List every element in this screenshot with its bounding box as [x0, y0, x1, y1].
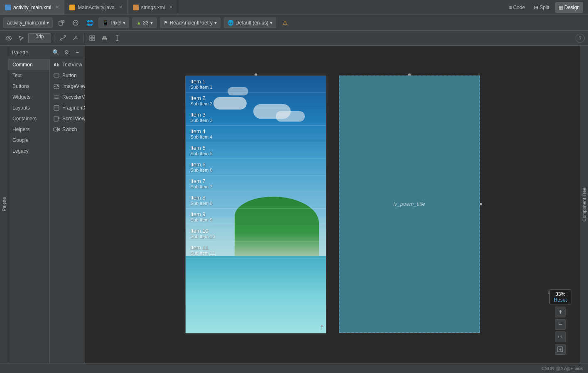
tab-strings-xml[interactable]: strings.xml ✕	[128, 0, 178, 15]
imageview-label: ImageView	[62, 83, 85, 89]
tab-close-activity-main[interactable]: ✕	[55, 5, 59, 10]
palette-item-fragmentcon[interactable]: FragmentCon...	[50, 102, 85, 113]
palette-cat-google[interactable]: Google	[8, 135, 49, 146]
palette-items-list: Ab TextView Button ImageView	[50, 59, 85, 363]
spacing-btn[interactable]	[112, 33, 122, 44]
magic-btn[interactable]	[70, 33, 81, 44]
split-mode-label: Split	[539, 5, 549, 10]
button-icon	[53, 72, 60, 79]
svg-rect-0	[59, 21, 62, 25]
path-btn[interactable]	[57, 33, 68, 44]
palette-item-scrollview[interactable]: ScrollView	[50, 113, 85, 124]
list-item-title-10: Item 10	[191, 228, 321, 234]
zoom-in-btn[interactable]: +	[555, 307, 566, 317]
path-icon	[59, 35, 66, 41]
palette-collapse-btn[interactable]: −	[73, 48, 81, 56]
align-btn[interactable]	[99, 33, 110, 44]
list-item-row: Item 10Sub Item 10	[186, 225, 326, 242]
tab-close-main-activity[interactable]: ✕	[119, 5, 122, 10]
tab-label-activity-main: activity_main.xml	[13, 5, 51, 10]
appname-dropdown[interactable]: ⚑ ReadAncientPoetry ▾	[160, 17, 220, 28]
palette-content: Common Text Buttons Widgets Layouts Cont…	[8, 59, 85, 363]
design-area: Item 1Sub Item 1 Item 2Sub Item 2 Item 3…	[85, 46, 580, 363]
tab-activity-main-xml[interactable]: activity_main.xml ✕	[0, 0, 64, 15]
palette-cat-buttons[interactable]: Buttons	[8, 81, 49, 92]
palette-cat-legacy[interactable]: Legacy	[8, 146, 49, 156]
zoom-reset-btn[interactable]: Reset	[554, 297, 567, 303]
list-item-sub-1: Sub Item 1	[191, 85, 321, 90]
palette-cat-helpers[interactable]: Helpers	[8, 124, 49, 135]
phone-preview-left: Item 1Sub Item 1 Item 2Sub Item 2 Item 3…	[185, 76, 326, 334]
api-dropdown[interactable]: ▲ 33 ▾	[132, 17, 156, 28]
palette-vertical-tab[interactable]: Palette	[0, 46, 8, 363]
file-selector-chevron: ▾	[47, 20, 49, 26]
palette-item-recyclerview[interactable]: RecyclerView	[50, 92, 85, 102]
help-btn[interactable]: ?	[576, 34, 585, 43]
design-mode-btn[interactable]: ▦ Design	[555, 2, 583, 13]
palette-item-imageview[interactable]: ImageView	[50, 81, 85, 92]
zoom-fit-icon	[557, 346, 563, 352]
zoom-out-btn[interactable]: −	[555, 319, 566, 330]
locale-btn[interactable]: 🌐	[84, 17, 95, 28]
component-tree-label: Component Tree	[582, 188, 587, 222]
margin-input[interactable]: 0dp	[28, 33, 51, 43]
code-mode-label: Code	[513, 5, 525, 10]
palette-search-btn[interactable]: 🔍	[51, 48, 60, 56]
palette-cat-common[interactable]: Common	[8, 59, 49, 70]
zoom-ratio-btn[interactable]: 1:1	[555, 332, 566, 342]
cursor-mode-btn[interactable]	[16, 33, 27, 44]
list-item-sub-4: Sub Item 4	[191, 134, 321, 139]
palette-item-button[interactable]: Button	[50, 70, 85, 81]
cursor-icon	[18, 35, 24, 41]
svg-point-21	[57, 85, 59, 86]
palette-cat-layouts[interactable]: Layouts	[8, 102, 49, 113]
zoom-display: 33% Reset	[549, 289, 571, 305]
warning-btn[interactable]: ⚠	[279, 17, 290, 28]
palette-cat-containers[interactable]: Containers	[8, 113, 49, 124]
svg-rect-25	[54, 105, 59, 110]
list-item-row: Item 11Sub Item 11	[186, 242, 326, 258]
locale-globe-icon: 🌐	[228, 20, 234, 26]
palette-vertical-label: Palette	[2, 197, 7, 211]
list-item-title-7: Item 7	[191, 178, 321, 184]
eye-btn[interactable]	[3, 33, 14, 44]
appname-chevron: ▾	[214, 20, 217, 26]
svg-rect-14	[103, 37, 106, 38]
locale-dropdown[interactable]: 🌐 Default (en-us) ▾	[224, 17, 276, 28]
palette-categories: Common Text Buttons Widgets Layouts Cont…	[8, 59, 50, 363]
palette-cat-text[interactable]: Text	[8, 70, 49, 81]
tab-main-activity-java[interactable]: MainActivity.java ✕	[64, 0, 127, 15]
palette-item-switch[interactable]: Switch	[50, 124, 85, 135]
device-icon: 📱	[102, 20, 109, 26]
recyclerview-label: RecyclerView	[62, 94, 85, 100]
split-mode-btn[interactable]: ⊞ Split	[531, 2, 552, 13]
list-item-title-5: Item 5	[191, 145, 321, 151]
list-item-sub-5: Sub Item 5	[191, 151, 321, 156]
component-tree-tab[interactable]: Component Tree	[580, 46, 588, 363]
list-item-sub-7: Sub Item 7	[191, 184, 321, 189]
list-item-row: Item 5Sub Item 5	[186, 142, 326, 159]
main-toolbar: activity_main.xml ▾ 🌐 📱 Pixel ▾ ▲ 33 ▾ ⚑…	[0, 15, 588, 31]
tab-close-strings[interactable]: ✕	[169, 5, 173, 10]
toolbar-separator-2	[83, 34, 84, 42]
switch-icon	[53, 126, 60, 133]
palette-cat-widgets[interactable]: Widgets	[8, 92, 49, 102]
orient-icon	[58, 20, 65, 26]
list-item-sub-11: Sub Item 11	[191, 251, 321, 256]
code-mode-btn[interactable]: ≡ Code	[506, 2, 529, 13]
grid-btn[interactable]	[87, 33, 98, 44]
list-item-sub-10: Sub Item 10	[191, 234, 321, 239]
list-item-title-11: Item 11	[191, 244, 321, 251]
orient-btn[interactable]	[56, 17, 67, 28]
svg-line-6	[74, 37, 77, 40]
palette-item-textview[interactable]: Ab TextView	[50, 59, 85, 70]
tab-bar: activity_main.xml ✕ MainActivity.java ✕ …	[0, 0, 588, 15]
palette-settings-btn[interactable]: ⚙	[62, 48, 71, 56]
device-dropdown[interactable]: 📱 Pixel ▾	[98, 17, 129, 28]
zoom-fit-btn[interactable]	[555, 344, 566, 355]
file-selector-dropdown[interactable]: activity_main.xml ▾	[3, 17, 53, 28]
list-item-row: Item 7Sub Item 7	[186, 176, 326, 192]
split-mode-icon: ⊞	[534, 5, 538, 10]
toggle-btn[interactable]	[70, 17, 81, 28]
svg-point-3	[8, 37, 10, 39]
